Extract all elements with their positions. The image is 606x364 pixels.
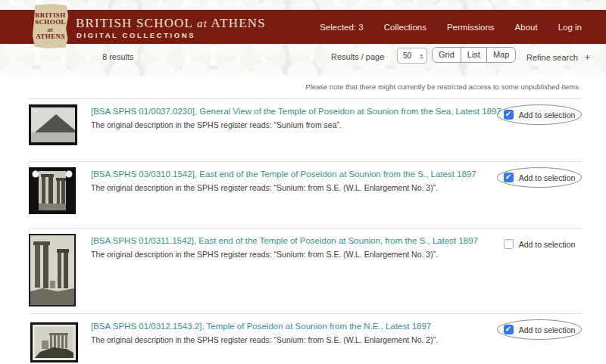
view-map-button[interactable]: Map bbox=[486, 47, 516, 63]
site-title[interactable]: BRITISH SCHOOL at ATHENS bbox=[76, 16, 266, 31]
results-list: Please note that there might currently b… bbox=[0, 76, 606, 364]
result-title-link[interactable]: [BSA SPHS 01/0312.1543.2], Temple of Pos… bbox=[91, 320, 514, 332]
nav-selected-count[interactable]: Selected: 3 bbox=[320, 23, 364, 32]
restricted-access-notice: Please note that there might currently b… bbox=[305, 82, 579, 91]
checkbox-checked-icon[interactable] bbox=[504, 173, 514, 182]
result-text: [BSA SPHS 03/0310.1542], East end of the… bbox=[91, 168, 514, 193]
site-subtitle: DIGITAL COLLECTIONS bbox=[77, 31, 195, 39]
add-to-selection-control[interactable]: Add to selection bbox=[497, 319, 582, 340]
result-row: [BSA SPHS 03/0310.1542], East end of the… bbox=[29, 161, 582, 228]
view-grid-button[interactable]: Grid bbox=[432, 47, 461, 63]
result-thumbnail-glass-slide-columns[interactable] bbox=[29, 167, 76, 214]
plus-icon: + bbox=[585, 52, 590, 63]
logo-line: ATHENS bbox=[36, 33, 65, 41]
bsa-logo[interactable]: BRITISH SCHOOL at ATHENS bbox=[33, 4, 68, 48]
add-to-selection-control[interactable]: Add to selection bbox=[497, 167, 582, 188]
nav-permissions[interactable]: Permissions bbox=[447, 23, 495, 32]
add-to-selection-control[interactable]: Add to selection bbox=[497, 104, 582, 125]
result-description: The original description in the SPHS reg… bbox=[91, 249, 514, 260]
result-title-link[interactable]: [BSA SPHS 03/0310.1542], East end of the… bbox=[91, 168, 514, 180]
checkbox-checked-icon[interactable] bbox=[504, 110, 514, 120]
result-thumbnail-columns-portrait[interactable] bbox=[29, 234, 76, 306]
nav-log-in[interactable]: Log in bbox=[558, 23, 582, 32]
result-row: [BSA SPHS 01/0312.1543.2], Temple of Pos… bbox=[29, 313, 582, 364]
result-text: [BSA SPHS 01/0037.0230], General View of… bbox=[91, 105, 514, 130]
result-title-link[interactable]: [BSA SPHS 01/0037.0230], General View of… bbox=[91, 105, 514, 117]
view-list-button[interactable]: List bbox=[461, 47, 487, 63]
result-text: [BSA SPHS 01/0311.1542], East end of the… bbox=[91, 235, 514, 260]
result-description: The original description in the SPHS reg… bbox=[91, 334, 514, 345]
checkbox-checked-icon[interactable] bbox=[504, 325, 514, 334]
view-toggle-group: Grid List Map bbox=[432, 47, 516, 63]
result-row: [BSA SPHS 01/0037.0230], General View of… bbox=[29, 98, 582, 161]
stepper-icon: ▲▼ bbox=[420, 53, 423, 59]
add-to-selection-control[interactable]: Add to selection bbox=[497, 234, 582, 254]
result-thumbnail-sea-view[interactable] bbox=[29, 104, 77, 145]
result-description: The original description in the SPHS reg… bbox=[91, 182, 514, 193]
result-description: The original description in the SPHS reg… bbox=[91, 120, 514, 130]
result-thumbnail-temple-hill[interactable] bbox=[30, 322, 78, 362]
bsa-digital-collections-page: BRITISH SCHOOL at ATHENS BRITISH SCHOOL … bbox=[0, 0, 606, 364]
results-count: 8 results bbox=[102, 52, 134, 61]
logo-line: SCHOOL bbox=[35, 19, 66, 26]
result-text: [BSA SPHS 01/0312.1543.2], Temple of Pos… bbox=[91, 320, 514, 345]
results-per-page-select[interactable]: 50 ▲▼ bbox=[397, 48, 427, 64]
result-title-link[interactable]: [BSA SPHS 01/0311.1542], East end of the… bbox=[91, 235, 514, 247]
refine-search-button[interactable]: Refine search+ bbox=[526, 52, 590, 63]
nav-about[interactable]: About bbox=[515, 23, 538, 32]
nav-collections[interactable]: Collections bbox=[384, 23, 426, 32]
main-nav: Selected: 3 Collections Permissions Abou… bbox=[320, 23, 582, 32]
checkbox-unchecked-icon[interactable] bbox=[504, 239, 514, 249]
results-per-page-label: Results / page bbox=[331, 52, 384, 61]
result-row: [BSA SPHS 01/0311.1542], East end of the… bbox=[29, 228, 582, 313]
